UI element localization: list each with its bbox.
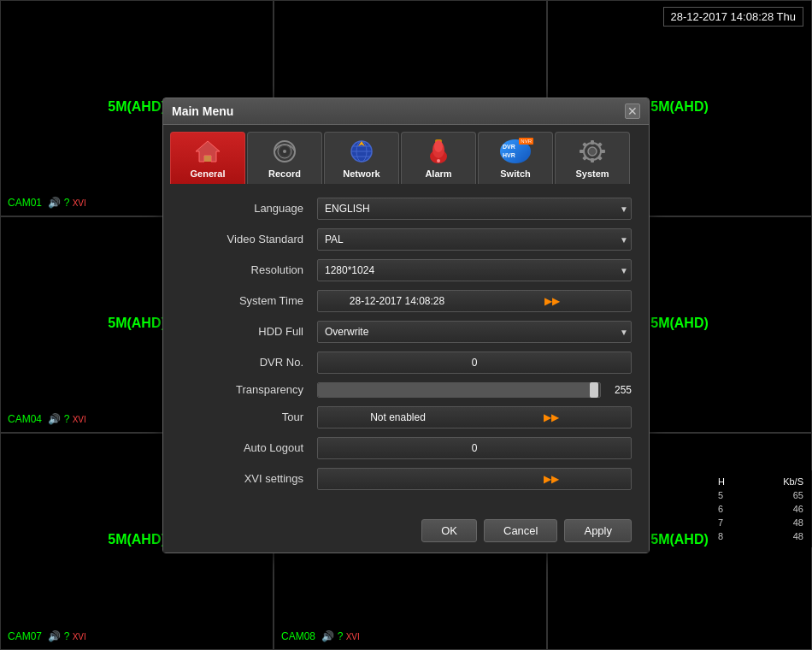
svg-rect-1	[204, 156, 211, 162]
system-time-input[interactable]: 28-12-2017 14:08:28 ▶▶	[317, 290, 632, 312]
language-row: Language ENGLISH ▼	[180, 198, 632, 220]
transparency-label: Transparency	[180, 383, 317, 396]
datetime-display: 28-12-2017 14:08:28 Thu	[663, 7, 804, 27]
video-standard-control: PAL NTSC ▼	[317, 228, 632, 251]
tab-system-label: System	[575, 168, 609, 179]
svg-rect-19	[591, 140, 594, 145]
tab-record-label: Record	[268, 168, 301, 179]
hdd-full-control: Overwrite Stop ▼	[317, 321, 632, 343]
stats-overlay: H Kb/S 565 646 748 848	[709, 470, 812, 547]
system-time-value: 28-12-2017 14:08:28	[321, 295, 473, 307]
xvi-arrow-icon: ▶▶	[474, 473, 627, 485]
stats-kbs-header: Kb/S	[746, 476, 807, 488]
tab-general[interactable]: General	[170, 132, 245, 184]
dvr-no-label: DVR No.	[180, 356, 317, 369]
language-label: Language	[180, 202, 317, 215]
svg-point-16	[434, 140, 443, 152]
hdd-full-select[interactable]: Overwrite Stop	[317, 321, 632, 343]
xvi-settings-label: XVI settings	[180, 472, 317, 485]
cam1-id: CAM01 🔊 ? XVI	[8, 197, 86, 209]
hdd-full-label: HDD Full	[180, 325, 317, 338]
alarm-icon	[423, 138, 454, 165]
svg-rect-22	[601, 150, 605, 153]
system-time-label: System Time	[180, 294, 317, 307]
cam4-id: CAM04 🔊 ? XVI	[8, 413, 86, 425]
dialog-titlebar: Main Menu ✕	[163, 98, 649, 125]
auto-logout-input[interactable]: 0	[317, 437, 632, 459]
general-icon	[192, 138, 223, 165]
dvr-no-row: DVR No. 0	[180, 352, 632, 374]
svg-rect-21	[580, 150, 584, 153]
xvi-settings-row: XVI settings ▶▶	[180, 468, 632, 490]
dialog-footer: OK Cancel Apply	[163, 512, 649, 552]
resolution-label: Resolution	[180, 263, 317, 276]
svg-point-14	[437, 159, 440, 162]
close-button[interactable]: ✕	[625, 103, 640, 119]
cam9-label: 5M(AHD)	[650, 532, 709, 547]
transparency-thumb[interactable]	[590, 382, 598, 398]
cam7-label: 5M(AHD)	[108, 532, 166, 547]
video-standard-row: Video Standard PAL NTSC ▼	[180, 228, 632, 251]
system-time-arrow-icon: ▶▶	[476, 295, 627, 307]
cam8-id: CAM08 🔊 ? XVI	[281, 630, 360, 642]
apply-button[interactable]: Apply	[564, 519, 632, 542]
auto-logout-row: Auto Logout 0	[180, 437, 632, 459]
transparency-control: 255	[317, 382, 632, 398]
resolution-control: 1280*1024 ▼	[317, 259, 632, 281]
tab-alarm[interactable]: Alarm	[401, 132, 476, 184]
system-time-control: 28-12-2017 14:08:28 ▶▶	[317, 290, 632, 312]
tour-control: Not enabled ▶▶	[317, 406, 632, 428]
hdd-full-row: HDD Full Overwrite Stop ▼	[180, 321, 632, 343]
svg-point-18	[588, 147, 597, 156]
tab-general-label: General	[191, 168, 226, 179]
tour-label: Tour	[180, 411, 317, 423]
system-icon	[577, 138, 608, 165]
cancel-button[interactable]: Cancel	[484, 519, 557, 542]
transparency-row: Transparency 255	[180, 382, 632, 398]
language-control: ENGLISH ▼	[317, 198, 632, 220]
network-icon	[346, 138, 377, 165]
dialog-content: Language ENGLISH ▼ Video Standard PAL NT…	[163, 184, 649, 512]
transparency-slider-container: 255	[317, 382, 632, 398]
language-select[interactable]: ENGLISH	[317, 198, 632, 220]
tour-arrow-icon: ▶▶	[474, 411, 627, 423]
auto-logout-label: Auto Logout	[180, 441, 317, 454]
stats-h-header: H	[715, 476, 744, 488]
tab-bar: General Record	[163, 125, 649, 184]
tour-value: Not enabled	[321, 411, 474, 423]
tab-system[interactable]: System	[555, 132, 630, 184]
tour-input[interactable]: Not enabled ▶▶	[317, 406, 632, 428]
tab-record[interactable]: Record	[247, 132, 322, 184]
dvr-no-control: 0	[317, 352, 632, 374]
xvi-settings-control: ▶▶	[317, 468, 632, 490]
tour-row: Tour Not enabled ▶▶	[180, 406, 632, 428]
tab-switch[interactable]: DVRHVR NVR Switch	[478, 132, 553, 184]
resolution-row: Resolution 1280*1024 ▼	[180, 259, 632, 281]
tab-alarm-label: Alarm	[425, 168, 451, 179]
svg-rect-20	[591, 158, 594, 162]
cam7-id: CAM07 🔊 ? XVI	[8, 630, 86, 642]
dialog-title: Main Menu	[172, 104, 233, 118]
cam6-label: 5M(AHD)	[650, 316, 709, 331]
video-standard-select[interactable]: PAL NTSC	[317, 228, 632, 251]
video-standard-label: Video Standard	[180, 233, 317, 245]
dvr-no-input[interactable]: 0	[317, 352, 632, 374]
switch-icon: DVRHVR NVR	[497, 138, 533, 165]
ok-button[interactable]: OK	[421, 519, 477, 542]
tab-network-label: Network	[343, 168, 380, 179]
tab-network[interactable]: Network	[324, 132, 399, 184]
record-icon	[269, 138, 300, 165]
tab-switch-label: Switch	[500, 168, 530, 179]
cam4-label: 5M(AHD)	[108, 316, 166, 331]
auto-logout-control: 0	[317, 437, 632, 459]
system-time-row: System Time 28-12-2017 14:08:28 ▶▶	[180, 290, 632, 312]
transparency-value: 255	[606, 384, 632, 396]
cam3-label: 5M(AHD)	[650, 99, 709, 115]
main-menu-dialog: Main Menu ✕ General	[162, 98, 650, 553]
transparency-slider-track[interactable]	[317, 382, 601, 398]
cam1-label: 5M(AHD)	[108, 99, 166, 115]
xvi-settings-input[interactable]: ▶▶	[317, 468, 632, 490]
resolution-select[interactable]: 1280*1024	[317, 259, 632, 281]
